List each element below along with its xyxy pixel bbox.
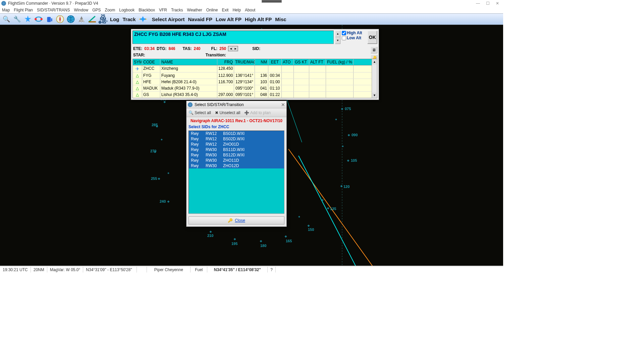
menu-flightplan[interactable]: Flight Plan [14,8,33,12]
tool-approach-icon[interactable] [87,14,97,24]
route-scroll[interactable]: ▲▼ [335,31,340,44]
col-eet[interactable]: EET [268,59,282,65]
tool-select-airport[interactable]: Select Airport [151,16,186,22]
menu-tracks[interactable]: Tracks [171,8,183,12]
sid-list-item[interactable]: RwyRW12ZHO01D [189,142,284,147]
svg-rect-39 [233,238,236,240]
col-gskt[interactable]: GS KT [294,59,309,65]
menu-vfr[interactable]: VFR [159,8,167,12]
col-ato[interactable]: ATO [282,59,294,65]
tool-goto-aircraft-icon[interactable] [138,14,148,24]
svg-text:075: 075 [345,107,351,111]
tool-navaid-fp[interactable]: Navaid FP [187,16,214,22]
status-coord2: N34°41'35'' / E114°08'32'' [207,267,268,272]
col-name[interactable]: NAME [160,59,217,65]
table-row[interactable]: △FYGFuyang112.900136°/141°13600:34 [133,72,372,79]
svg-rect-46 [335,118,337,120]
status-help[interactable]: ? [268,267,276,272]
sid-list-item[interactable]: RwyRW30ZHO12D [189,163,284,168]
select-all-button[interactable]: 🔍 Select all [189,110,211,115]
tool-highalt-fp[interactable]: High Alt FP [244,16,273,22]
menu-help[interactable]: Help [232,8,241,12]
col-frq[interactable]: FRQ [217,59,234,65]
sid-list-item[interactable]: RwyRW30BS12D.WXI [189,152,284,158]
tool-track[interactable]: Track [121,16,137,22]
svg-text:105: 105 [351,158,357,162]
high-alt-checkbox[interactable]: High Alt [342,31,366,35]
table-row[interactable]: ✈ZHCCXinzheng128.450 [133,65,372,72]
sid-list-item[interactable]: RwyRW12BS01D.WXI [189,131,284,136]
table-row[interactable]: △MADUKMaduk (R343 77.9-0)095°/100°04101:… [133,85,372,92]
tool-route-icon[interactable] [34,14,44,24]
tool-lowalt-fp[interactable]: Low Alt FP [214,16,243,22]
sid-list-item[interactable]: RwyRW30ZHO11D [189,158,284,163]
menu-online[interactable]: Online [206,8,218,12]
menu-sidstar[interactable]: SID/STAR/TRANS [37,8,70,12]
sid-list-item[interactable]: RwyRW12BS02D.WXI [189,136,284,142]
menu-about[interactable]: About [245,8,255,12]
close-icon[interactable]: ✕ [496,1,499,6]
minimize-icon[interactable]: — [476,1,480,6]
col-sym[interactable]: SYM [133,59,142,65]
menu-exit[interactable]: Exit [222,8,228,12]
sideicon-screen-icon[interactable]: 🖥 [371,47,377,53]
svg-rect-19 [158,178,160,180]
tool-globe-icon[interactable] [66,14,76,24]
tool-log[interactable]: Log [109,16,121,22]
tool-wrench-icon[interactable]: 🔧 [12,14,22,24]
status-fuel: Fuel [191,267,207,272]
svg-text:36: 36 [79,18,84,23]
table-row[interactable]: △HFEHefei (B208 21.4-0)116.700129°/134°1… [133,79,372,85]
table-row[interactable]: △GSLishui (R343 35.4-0)297.000095°/101°0… [133,92,372,98]
tool-range-icon[interactable]: 25NM⊕45° [98,14,108,24]
dialog-icon [188,102,193,107]
maximize-icon[interactable]: ☐ [486,1,490,6]
route-string[interactable]: ZHCC FYG B208 HFE R343 CJ LJG ZSAM [132,31,334,44]
menu-weather[interactable]: Weather [187,8,202,12]
ok-button[interactable]: OK [367,31,377,44]
table-scrollbar[interactable]: ▲ ▼ [372,59,377,98]
sid-list-item[interactable]: RwyRW30BS11D.WXI [189,147,284,152]
toolbar: 🔍 🔧 36 25NM⊕45° Log Track Select Airport… [0,13,503,25]
fl-stepper[interactable]: ◄► [228,46,238,51]
menu-map[interactable]: Map [2,8,10,12]
menu-blackbox[interactable]: Blackbox [139,8,155,12]
svg-rect-35 [284,235,287,238]
svg-rect-45 [298,216,300,218]
unselect-all-button[interactable]: ✖ Unselect all [215,110,240,115]
menu-zoom[interactable]: Zoom [105,8,115,12]
tool-magnify-icon[interactable]: 🔍 [1,14,11,24]
table-scroll-up-icon: ▲ [372,59,377,64]
col-altft[interactable]: ALT FT [309,59,326,65]
sid-listbox[interactable]: RwyRW12BS01D.WXIRwyRW12BS02D.WXIRwyRW12Z… [189,131,284,214]
menu-window[interactable]: Window [74,8,89,12]
fp-star-row: STAR: Transition: [131,52,379,58]
low-alt-checkbox[interactable]: Low Alt [342,36,366,40]
svg-point-2 [40,18,43,20]
svg-text:195: 195 [231,242,237,246]
tool-misc[interactable]: Misc [274,16,287,22]
col-nm[interactable]: NM [255,59,268,65]
status-zoom: 20NM [31,267,47,272]
svg-text:240: 240 [160,199,166,203]
menu-gps[interactable]: GPS [92,8,101,12]
tool-aircraft-icon[interactable] [23,14,33,24]
add-to-plan-button[interactable]: ➕ Add to plan [244,110,270,115]
menu-logbook[interactable]: Logbook [119,8,135,12]
close-button[interactable]: 🔑Close [189,216,284,225]
col-truemag[interactable]: TRUE/MAG [234,59,255,65]
svg-rect-37 [260,240,262,242]
table-scroll-down-icon: ▼ [372,93,377,98]
tool-fuel-icon[interactable] [44,14,54,24]
svg-rect-23 [341,108,343,110]
col-code[interactable]: CODE [142,59,160,65]
svg-rect-41 [209,231,212,233]
window-title: FlightSim Commander · Version 9.7 · Prep… [8,1,98,6]
svg-rect-21 [167,200,169,203]
dialog-close-icon[interactable]: ✕ [281,102,285,107]
menubar: Map Flight Plan SID/STAR/TRANS Window GP… [0,7,503,13]
tool-runway-icon[interactable]: 36 [76,14,87,24]
tool-compass-icon[interactable] [55,14,65,24]
svg-rect-27 [347,159,349,162]
col-fuel[interactable]: FUEL (kg) / % [326,59,354,65]
